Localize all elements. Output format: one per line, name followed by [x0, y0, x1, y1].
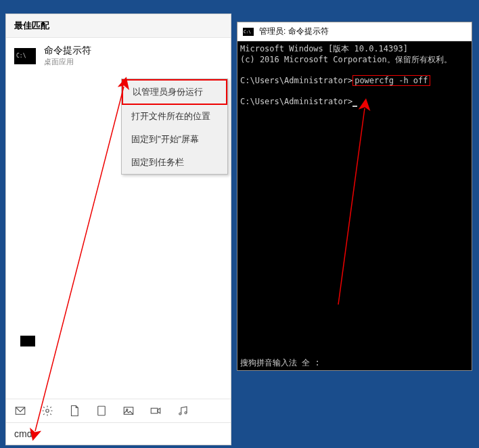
svg-point-7 — [185, 412, 187, 414]
svg-point-6 — [179, 413, 181, 415]
cmd-window: C:\ 管理员: 命令提示符 Microsoft Windows [版本 10.… — [237, 22, 472, 371]
cmd-window-title: 管理员: 命令提示符 — [259, 26, 329, 37]
cmd-output-line: Microsoft Windows [版本 10.0.14393] — [240, 44, 469, 55]
search-result-item[interactable]: C:\ 命令提示符 桌面应用 — [6, 38, 231, 74]
menu-pin-to-taskbar[interactable]: 固定到任务栏 — [122, 151, 227, 174]
ime-status: 搜狗拼音输入法 全 : — [240, 358, 320, 369]
folder-icon[interactable] — [95, 405, 108, 417]
result-title: 命令提示符 — [44, 45, 91, 57]
svg-rect-5 — [151, 408, 158, 413]
cmd-app-icon: C:\ — [14, 48, 36, 64]
cmd-command-highlight: powercfg -h off — [352, 75, 430, 86]
music-icon[interactable] — [177, 405, 189, 417]
menu-pin-to-start[interactable]: 固定到"开始"屏幕 — [122, 128, 227, 151]
context-menu: 以管理员身份运行 打开文件所在的位置 固定到"开始"屏幕 固定到任务栏 — [121, 79, 228, 175]
cmd-prompt-line: C:\Users\Administrator> — [240, 97, 469, 108]
cmd-titlebar[interactable]: C:\ 管理员: 命令提示符 — [237, 22, 472, 41]
document-icon[interactable] — [68, 405, 81, 417]
start-menu-panel: 最佳匹配 C:\ 命令提示符 桌面应用 以管理员身份运行 打开文件所在的位置 固… — [5, 14, 231, 445]
cmd-output-line — [240, 86, 469, 97]
svg-rect-2 — [98, 406, 106, 416]
result-subtitle: 桌面应用 — [44, 57, 91, 67]
menu-open-file-location[interactable]: 打开文件所在的位置 — [122, 105, 227, 128]
best-match-header: 最佳匹配 — [6, 14, 231, 38]
cmd-prompt-line: C:\Users\Administrator>powercfg -h off — [240, 76, 469, 87]
cmd-output-line — [240, 65, 469, 76]
taskbar-cmd-icon[interactable] — [20, 336, 35, 346]
home-icon[interactable] — [14, 405, 26, 417]
cmd-terminal[interactable]: Microsoft Windows [版本 10.0.14393] (c) 20… — [237, 41, 472, 370]
cmd-output-line: (c) 2016 Microsoft Corporation。保留所有权利。 — [240, 55, 469, 66]
cursor-icon — [352, 106, 357, 107]
video-icon[interactable] — [150, 405, 162, 417]
cmd-window-icon: C:\ — [243, 28, 254, 36]
settings-icon[interactable] — [41, 405, 53, 417]
search-input[interactable]: cmd — [6, 422, 231, 445]
filter-toolbar — [6, 399, 231, 422]
menu-run-as-admin[interactable]: 以管理员身份运行 — [122, 79, 227, 105]
photo-icon[interactable] — [122, 405, 135, 417]
svg-point-1 — [46, 409, 49, 413]
